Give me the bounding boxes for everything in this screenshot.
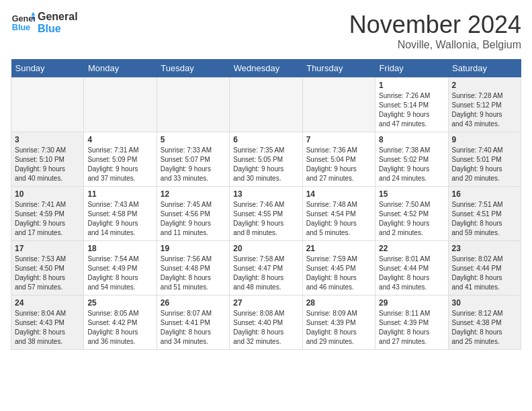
day-info: Sunrise: 7:31 AM Sunset: 5:09 PM Dayligh… bbox=[87, 146, 152, 183]
logo-line2: Blue bbox=[38, 23, 78, 35]
day-number: 1 bbox=[379, 81, 444, 90]
day-number: 23 bbox=[452, 244, 517, 253]
calendar-cell: 16Sunrise: 7:51 AM Sunset: 4:51 PM Dayli… bbox=[448, 187, 521, 241]
day-info: Sunrise: 7:48 AM Sunset: 4:54 PM Dayligh… bbox=[306, 200, 371, 238]
day-info: Sunrise: 7:59 AM Sunset: 4:45 PM Dayligh… bbox=[306, 255, 371, 292]
day-info: Sunrise: 7:40 AM Sunset: 5:01 PM Dayligh… bbox=[452, 146, 517, 183]
calendar-header-row: SundayMondayTuesdayWednesdayThursdayFrid… bbox=[11, 59, 521, 78]
calendar-cell bbox=[302, 78, 375, 132]
day-info: Sunrise: 7:38 AM Sunset: 5:02 PM Dayligh… bbox=[379, 146, 444, 183]
calendar-cell: 23Sunrise: 8:02 AM Sunset: 4:44 PM Dayli… bbox=[448, 241, 521, 295]
day-number: 6 bbox=[233, 135, 298, 144]
header-wednesday: Wednesday bbox=[230, 59, 302, 78]
day-info: Sunrise: 7:56 AM Sunset: 4:48 PM Dayligh… bbox=[161, 255, 226, 292]
day-info: Sunrise: 7:33 AM Sunset: 5:07 PM Dayligh… bbox=[161, 146, 226, 183]
day-info: Sunrise: 7:41 AM Sunset: 4:59 PM Dayligh… bbox=[15, 200, 80, 238]
day-number: 20 bbox=[233, 244, 298, 253]
day-info: Sunrise: 7:36 AM Sunset: 5:04 PM Dayligh… bbox=[306, 146, 371, 183]
day-info: Sunrise: 8:05 AM Sunset: 4:42 PM Dayligh… bbox=[87, 309, 152, 347]
calendar-cell: 11Sunrise: 7:43 AM Sunset: 4:58 PM Dayli… bbox=[84, 187, 157, 241]
calendar-cell: 7Sunrise: 7:36 AM Sunset: 5:04 PM Daylig… bbox=[302, 132, 375, 187]
calendar-cell: 19Sunrise: 7:56 AM Sunset: 4:48 PM Dayli… bbox=[157, 241, 229, 295]
day-number: 19 bbox=[161, 244, 226, 253]
day-info: Sunrise: 7:30 AM Sunset: 5:10 PM Dayligh… bbox=[15, 146, 80, 183]
calendar-cell: 10Sunrise: 7:41 AM Sunset: 4:59 PM Dayli… bbox=[11, 187, 84, 241]
day-info: Sunrise: 7:51 AM Sunset: 4:51 PM Dayligh… bbox=[452, 200, 517, 238]
calendar-cell: 17Sunrise: 7:53 AM Sunset: 4:50 PM Dayli… bbox=[11, 241, 84, 295]
header-saturday: Saturday bbox=[448, 59, 521, 78]
calendar-cell bbox=[230, 78, 302, 132]
calendar-cell: 9Sunrise: 7:40 AM Sunset: 5:01 PM Daylig… bbox=[448, 132, 521, 187]
calendar-cell: 29Sunrise: 8:11 AM Sunset: 4:39 PM Dayli… bbox=[375, 295, 448, 350]
calendar-cell: 12Sunrise: 7:45 AM Sunset: 4:56 PM Dayli… bbox=[157, 187, 229, 241]
calendar-cell: 6Sunrise: 7:35 AM Sunset: 5:05 PM Daylig… bbox=[230, 132, 302, 187]
day-info: Sunrise: 7:53 AM Sunset: 4:50 PM Dayligh… bbox=[15, 255, 80, 292]
day-number: 5 bbox=[161, 135, 226, 144]
logo: General Blue General Blue bbox=[11, 11, 78, 35]
day-number: 28 bbox=[306, 298, 371, 308]
calendar-cell: 28Sunrise: 8:09 AM Sunset: 4:39 PM Dayli… bbox=[302, 295, 375, 350]
day-number: 16 bbox=[452, 189, 517, 199]
calendar-cell: 5Sunrise: 7:33 AM Sunset: 5:07 PM Daylig… bbox=[157, 132, 229, 187]
calendar-cell: 13Sunrise: 7:46 AM Sunset: 4:55 PM Dayli… bbox=[230, 187, 302, 241]
day-info: Sunrise: 8:11 AM Sunset: 4:39 PM Dayligh… bbox=[379, 309, 444, 347]
calendar-cell bbox=[84, 78, 157, 132]
day-number: 24 bbox=[15, 298, 80, 308]
day-number: 27 bbox=[233, 298, 298, 308]
header: General Blue General Blue November 2024 … bbox=[11, 11, 521, 51]
calendar-cell: 8Sunrise: 7:38 AM Sunset: 5:02 PM Daylig… bbox=[375, 132, 448, 187]
day-number: 17 bbox=[15, 244, 80, 253]
day-number: 29 bbox=[379, 298, 444, 308]
header-monday: Monday bbox=[84, 59, 157, 78]
day-info: Sunrise: 7:46 AM Sunset: 4:55 PM Dayligh… bbox=[233, 200, 298, 238]
day-info: Sunrise: 8:02 AM Sunset: 4:44 PM Dayligh… bbox=[452, 255, 517, 292]
day-info: Sunrise: 7:35 AM Sunset: 5:05 PM Dayligh… bbox=[233, 146, 298, 183]
day-number: 4 bbox=[87, 135, 152, 144]
calendar-week-1: 1Sunrise: 7:26 AM Sunset: 5:14 PM Daylig… bbox=[11, 78, 521, 132]
calendar-cell bbox=[157, 78, 229, 132]
calendar-table: SundayMondayTuesdayWednesdayThursdayFrid… bbox=[11, 59, 521, 350]
calendar-cell: 2Sunrise: 7:28 AM Sunset: 5:12 PM Daylig… bbox=[448, 78, 521, 132]
day-info: Sunrise: 8:01 AM Sunset: 4:44 PM Dayligh… bbox=[379, 255, 444, 292]
day-number: 7 bbox=[306, 135, 371, 144]
day-number: 10 bbox=[15, 189, 80, 199]
calendar-week-3: 10Sunrise: 7:41 AM Sunset: 4:59 PM Dayli… bbox=[11, 187, 521, 241]
header-sunday: Sunday bbox=[11, 59, 84, 78]
day-number: 12 bbox=[161, 189, 226, 199]
logo-icon: General Blue bbox=[11, 11, 35, 35]
day-number: 14 bbox=[306, 189, 371, 199]
day-info: Sunrise: 7:28 AM Sunset: 5:12 PM Dayligh… bbox=[452, 91, 517, 129]
header-thursday: Thursday bbox=[302, 59, 375, 78]
calendar-cell: 30Sunrise: 8:12 AM Sunset: 4:38 PM Dayli… bbox=[448, 295, 521, 350]
day-info: Sunrise: 7:45 AM Sunset: 4:56 PM Dayligh… bbox=[161, 200, 226, 238]
day-number: 25 bbox=[87, 298, 152, 308]
title-area: November 2024 Noville, Wallonia, Belgium bbox=[349, 11, 521, 51]
day-number: 26 bbox=[161, 298, 226, 308]
day-number: 21 bbox=[306, 244, 371, 253]
month-title: November 2024 bbox=[349, 11, 521, 39]
calendar-cell: 14Sunrise: 7:48 AM Sunset: 4:54 PM Dayli… bbox=[302, 187, 375, 241]
calendar-cell: 25Sunrise: 8:05 AM Sunset: 4:42 PM Dayli… bbox=[84, 295, 157, 350]
calendar-cell: 18Sunrise: 7:54 AM Sunset: 4:49 PM Dayli… bbox=[84, 241, 157, 295]
day-number: 8 bbox=[379, 135, 444, 144]
header-friday: Friday bbox=[375, 59, 448, 78]
calendar-cell: 22Sunrise: 8:01 AM Sunset: 4:44 PM Dayli… bbox=[375, 241, 448, 295]
location-title: Noville, Wallonia, Belgium bbox=[349, 39, 521, 51]
day-number: 30 bbox=[452, 298, 517, 308]
calendar-cell: 21Sunrise: 7:59 AM Sunset: 4:45 PM Dayli… bbox=[302, 241, 375, 295]
calendar-cell: 4Sunrise: 7:31 AM Sunset: 5:09 PM Daylig… bbox=[84, 132, 157, 187]
day-number: 11 bbox=[87, 189, 152, 199]
day-info: Sunrise: 7:26 AM Sunset: 5:14 PM Dayligh… bbox=[379, 91, 444, 129]
day-info: Sunrise: 8:12 AM Sunset: 4:38 PM Dayligh… bbox=[452, 309, 517, 347]
day-info: Sunrise: 8:04 AM Sunset: 4:43 PM Dayligh… bbox=[15, 309, 80, 347]
calendar-week-5: 24Sunrise: 8:04 AM Sunset: 4:43 PM Dayli… bbox=[11, 295, 521, 350]
logo-line1: General bbox=[38, 11, 78, 23]
calendar-cell: 3Sunrise: 7:30 AM Sunset: 5:10 PM Daylig… bbox=[11, 132, 84, 187]
day-number: 13 bbox=[233, 189, 298, 199]
calendar-cell: 20Sunrise: 7:58 AM Sunset: 4:47 PM Dayli… bbox=[230, 241, 302, 295]
day-info: Sunrise: 8:07 AM Sunset: 4:41 PM Dayligh… bbox=[161, 309, 226, 347]
calendar-cell: 24Sunrise: 8:04 AM Sunset: 4:43 PM Dayli… bbox=[11, 295, 84, 350]
day-info: Sunrise: 8:08 AM Sunset: 4:40 PM Dayligh… bbox=[233, 309, 298, 347]
day-info: Sunrise: 7:58 AM Sunset: 4:47 PM Dayligh… bbox=[233, 255, 298, 292]
calendar-cell bbox=[11, 78, 84, 132]
